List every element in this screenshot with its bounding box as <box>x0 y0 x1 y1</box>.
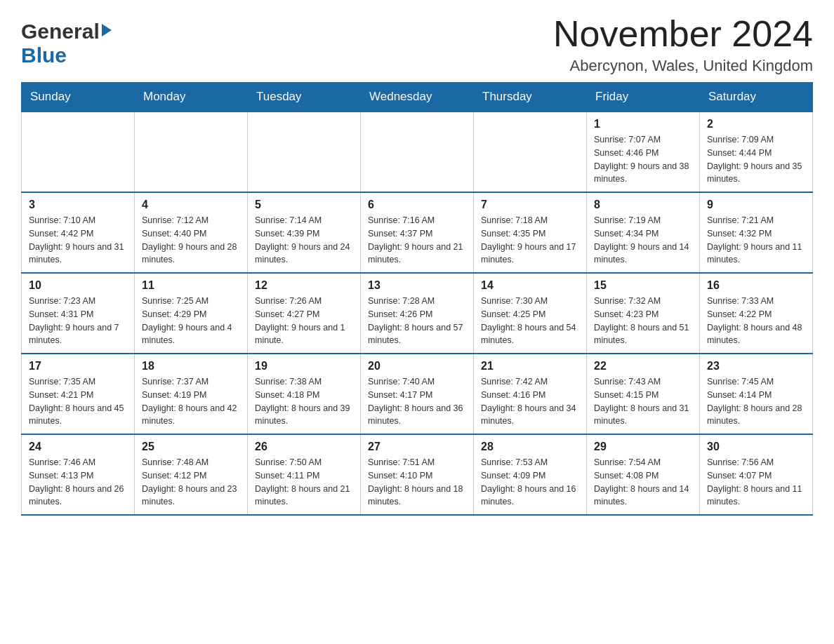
day-info: Sunrise: 7:10 AM Sunset: 4:42 PM Dayligh… <box>29 214 127 267</box>
day-number: 15 <box>594 279 692 292</box>
day-info: Sunrise: 7:12 AM Sunset: 4:40 PM Dayligh… <box>142 214 240 267</box>
day-number: 5 <box>255 199 353 211</box>
day-info: Sunrise: 7:53 AM Sunset: 4:09 PM Dayligh… <box>481 456 579 509</box>
day-number: 18 <box>142 360 240 373</box>
day-number: 4 <box>142 199 240 211</box>
day-number: 22 <box>594 360 692 373</box>
day-info: Sunrise: 7:33 AM Sunset: 4:22 PM Dayligh… <box>707 295 805 347</box>
day-number: 2 <box>707 118 805 130</box>
day-number: 20 <box>368 360 466 373</box>
calendar-cell: 25Sunrise: 7:48 AM Sunset: 4:12 PM Dayli… <box>135 434 248 515</box>
day-number: 14 <box>481 279 579 292</box>
day-info: Sunrise: 7:43 AM Sunset: 4:15 PM Dayligh… <box>594 375 692 428</box>
calendar-cell: 27Sunrise: 7:51 AM Sunset: 4:10 PM Dayli… <box>361 434 474 515</box>
calendar-cell: 22Sunrise: 7:43 AM Sunset: 4:15 PM Dayli… <box>587 354 700 434</box>
day-info: Sunrise: 7:30 AM Sunset: 4:25 PM Dayligh… <box>481 295 579 347</box>
day-info: Sunrise: 7:16 AM Sunset: 4:37 PM Dayligh… <box>368 214 466 267</box>
day-info: Sunrise: 7:38 AM Sunset: 4:18 PM Dayligh… <box>255 375 353 428</box>
calendar-cell: 28Sunrise: 7:53 AM Sunset: 4:09 PM Dayli… <box>474 434 587 515</box>
calendar-cell: 7Sunrise: 7:18 AM Sunset: 4:35 PM Daylig… <box>474 192 587 273</box>
calendar-cell: 3Sunrise: 7:10 AM Sunset: 4:42 PM Daylig… <box>22 192 135 273</box>
calendar-header-thursday: Thursday <box>474 83 587 112</box>
logo-triangle-icon <box>102 24 112 36</box>
day-info: Sunrise: 7:21 AM Sunset: 4:32 PM Dayligh… <box>707 214 805 267</box>
day-number: 24 <box>29 441 127 453</box>
day-info: Sunrise: 7:35 AM Sunset: 4:21 PM Dayligh… <box>29 375 127 428</box>
day-info: Sunrise: 7:19 AM Sunset: 4:34 PM Dayligh… <box>594 214 692 267</box>
calendar-cell: 8Sunrise: 7:19 AM Sunset: 4:34 PM Daylig… <box>587 192 700 273</box>
day-number: 12 <box>255 279 353 292</box>
day-number: 29 <box>594 441 692 453</box>
calendar-cell: 19Sunrise: 7:38 AM Sunset: 4:18 PM Dayli… <box>248 354 361 434</box>
day-number: 26 <box>255 441 353 453</box>
day-number: 8 <box>594 199 692 211</box>
day-number: 9 <box>707 199 805 211</box>
calendar-header-saturday: Saturday <box>700 83 813 112</box>
calendar-cell: 18Sunrise: 7:37 AM Sunset: 4:19 PM Dayli… <box>135 354 248 434</box>
calendar-week-row: 10Sunrise: 7:23 AM Sunset: 4:31 PM Dayli… <box>22 273 813 354</box>
month-title: November 2024 <box>553 14 813 54</box>
logo: General Blue <box>21 20 112 67</box>
day-number: 7 <box>481 199 579 211</box>
day-info: Sunrise: 7:32 AM Sunset: 4:23 PM Dayligh… <box>594 295 692 347</box>
calendar-cell: 15Sunrise: 7:32 AM Sunset: 4:23 PM Dayli… <box>587 273 700 354</box>
day-number: 25 <box>142 441 240 453</box>
calendar-cell: 1Sunrise: 7:07 AM Sunset: 4:46 PM Daylig… <box>587 112 700 192</box>
calendar-week-row: 3Sunrise: 7:10 AM Sunset: 4:42 PM Daylig… <box>22 192 813 273</box>
calendar-cell: 4Sunrise: 7:12 AM Sunset: 4:40 PM Daylig… <box>135 192 248 273</box>
calendar-cell: 6Sunrise: 7:16 AM Sunset: 4:37 PM Daylig… <box>361 192 474 273</box>
calendar-header-friday: Friday <box>587 83 700 112</box>
day-info: Sunrise: 7:37 AM Sunset: 4:19 PM Dayligh… <box>142 375 240 428</box>
day-info: Sunrise: 7:50 AM Sunset: 4:11 PM Dayligh… <box>255 456 353 509</box>
day-number: 6 <box>368 199 466 211</box>
calendar-cell: 23Sunrise: 7:45 AM Sunset: 4:14 PM Dayli… <box>700 354 813 434</box>
title-section: November 2024 Abercynon, Wales, United K… <box>553 14 813 75</box>
day-info: Sunrise: 7:40 AM Sunset: 4:17 PM Dayligh… <box>368 375 466 428</box>
calendar-cell: 16Sunrise: 7:33 AM Sunset: 4:22 PM Dayli… <box>700 273 813 354</box>
page-header: General Blue November 2024 Abercynon, Wa… <box>21 14 813 75</box>
calendar-cell: 2Sunrise: 7:09 AM Sunset: 4:44 PM Daylig… <box>700 112 813 192</box>
calendar-cell: 17Sunrise: 7:35 AM Sunset: 4:21 PM Dayli… <box>22 354 135 434</box>
calendar-cell: 14Sunrise: 7:30 AM Sunset: 4:25 PM Dayli… <box>474 273 587 354</box>
calendar-cell: 9Sunrise: 7:21 AM Sunset: 4:32 PM Daylig… <box>700 192 813 273</box>
calendar-cell <box>248 112 361 192</box>
day-info: Sunrise: 7:51 AM Sunset: 4:10 PM Dayligh… <box>368 456 466 509</box>
calendar-cell: 13Sunrise: 7:28 AM Sunset: 4:26 PM Dayli… <box>361 273 474 354</box>
calendar-header-wednesday: Wednesday <box>361 83 474 112</box>
calendar-header-sunday: Sunday <box>22 83 135 112</box>
day-info: Sunrise: 7:56 AM Sunset: 4:07 PM Dayligh… <box>707 456 805 509</box>
day-info: Sunrise: 7:45 AM Sunset: 4:14 PM Dayligh… <box>707 375 805 428</box>
day-number: 3 <box>29 199 127 211</box>
calendar-cell <box>135 112 248 192</box>
day-number: 13 <box>368 279 466 292</box>
day-number: 27 <box>368 441 466 453</box>
calendar-table: SundayMondayTuesdayWednesdayThursdayFrid… <box>21 82 813 516</box>
calendar-cell <box>474 112 587 192</box>
day-number: 1 <box>594 118 692 130</box>
day-info: Sunrise: 7:46 AM Sunset: 4:13 PM Dayligh… <box>29 456 127 509</box>
day-info: Sunrise: 7:28 AM Sunset: 4:26 PM Dayligh… <box>368 295 466 347</box>
calendar-cell: 26Sunrise: 7:50 AM Sunset: 4:11 PM Dayli… <box>248 434 361 515</box>
day-number: 30 <box>707 441 805 453</box>
calendar-cell: 11Sunrise: 7:25 AM Sunset: 4:29 PM Dayli… <box>135 273 248 354</box>
day-info: Sunrise: 7:23 AM Sunset: 4:31 PM Dayligh… <box>29 295 127 347</box>
calendar-header-row: SundayMondayTuesdayWednesdayThursdayFrid… <box>22 83 813 112</box>
calendar-cell: 20Sunrise: 7:40 AM Sunset: 4:17 PM Dayli… <box>361 354 474 434</box>
calendar-cell <box>361 112 474 192</box>
calendar-cell: 29Sunrise: 7:54 AM Sunset: 4:08 PM Dayli… <box>587 434 700 515</box>
day-number: 28 <box>481 441 579 453</box>
calendar-cell: 21Sunrise: 7:42 AM Sunset: 4:16 PM Dayli… <box>474 354 587 434</box>
day-number: 17 <box>29 360 127 373</box>
day-info: Sunrise: 7:25 AM Sunset: 4:29 PM Dayligh… <box>142 295 240 347</box>
day-number: 23 <box>707 360 805 373</box>
day-info: Sunrise: 7:42 AM Sunset: 4:16 PM Dayligh… <box>481 375 579 428</box>
calendar-cell: 24Sunrise: 7:46 AM Sunset: 4:13 PM Dayli… <box>22 434 135 515</box>
calendar-cell: 12Sunrise: 7:26 AM Sunset: 4:27 PM Dayli… <box>248 273 361 354</box>
day-number: 21 <box>481 360 579 373</box>
day-number: 10 <box>29 279 127 292</box>
calendar-week-row: 17Sunrise: 7:35 AM Sunset: 4:21 PM Dayli… <box>22 354 813 434</box>
day-info: Sunrise: 7:09 AM Sunset: 4:44 PM Dayligh… <box>707 133 805 186</box>
logo-general-text: General <box>21 20 100 43</box>
calendar-header-monday: Monday <box>135 83 248 112</box>
day-info: Sunrise: 7:48 AM Sunset: 4:12 PM Dayligh… <box>142 456 240 509</box>
